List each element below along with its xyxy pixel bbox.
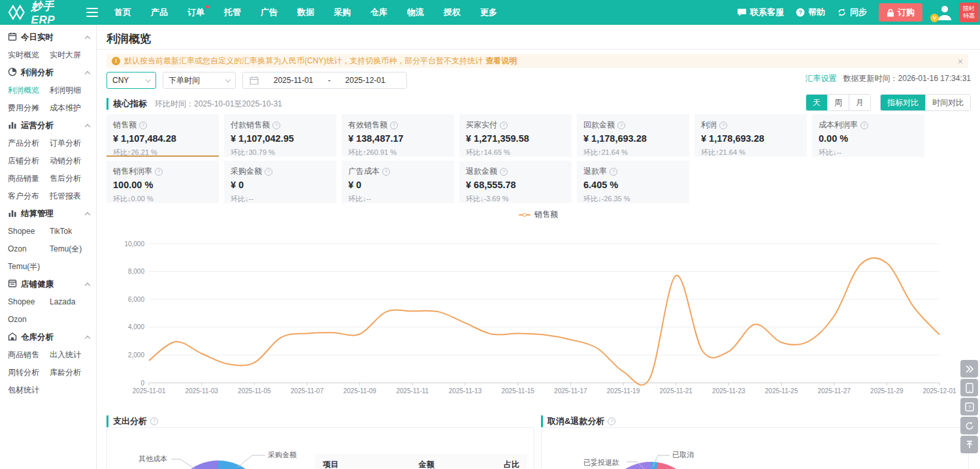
sidebar-group-header[interactable]: 结算管理 bbox=[0, 205, 96, 223]
sidebar-item[interactable]: Temu(全) bbox=[50, 240, 96, 258]
kpi-card-2[interactable]: 有效销售额?¥ 138,487.17环比↑260.91 % bbox=[342, 114, 454, 157]
sidebar-item[interactable]: Shopee bbox=[8, 223, 50, 240]
kpi-card-6[interactable]: 成本利润率?0.00 %环比↓-- bbox=[812, 114, 924, 157]
sidebar-group-header[interactable]: 店铺健康 bbox=[0, 276, 96, 293]
mobile-app-button[interactable] bbox=[960, 379, 978, 396]
sidebar-item[interactable]: 托管报表 bbox=[50, 187, 96, 205]
period-tab-0[interactable]: 天 bbox=[806, 95, 828, 110]
sidebar-item[interactable]: 费用分摊 bbox=[8, 99, 50, 117]
sidebar-group-header[interactable]: 利润分析 bbox=[0, 64, 96, 82]
nav-item-4[interactable]: 广告 bbox=[251, 0, 287, 25]
nav-item-5[interactable]: 数据 bbox=[287, 0, 324, 25]
sidebar-item[interactable]: 店铺分析 bbox=[8, 152, 50, 170]
kpi-card-9[interactable]: 广告成本?¥ 0环比↓-- bbox=[342, 161, 454, 203]
sidebar-group-header[interactable]: 仓库分析 bbox=[0, 329, 96, 346]
sync-button[interactable]: 同步 bbox=[837, 7, 867, 18]
close-icon[interactable]: × bbox=[958, 57, 963, 66]
nav-item-2[interactable]: 订单 bbox=[178, 0, 214, 25]
info-icon[interactable]: ? bbox=[272, 121, 280, 129]
kpi-card-3[interactable]: 买家实付?¥ 1,271,359.58环比↑14.65 % bbox=[459, 114, 572, 157]
sidebar-item[interactable]: Ozon bbox=[8, 311, 50, 329]
date-end[interactable]: 2025-12-01 bbox=[331, 76, 400, 85]
promo-corner-badge[interactable]: 限时 特惠 bbox=[959, 3, 979, 22]
sales-line-chart[interactable]: 02,0004,0006,0008,00010,0002025-11-01202… bbox=[106, 216, 975, 402]
nav-item-1[interactable]: 产品 bbox=[141, 0, 178, 25]
period-tab-1[interactable]: 周 bbox=[828, 95, 849, 110]
kpi-card-7[interactable]: 销售利润率?100.00 %环比↓0.00 % bbox=[106, 161, 219, 203]
sidebar-item[interactable]: TikTok bbox=[50, 223, 96, 240]
refresh-button[interactable] bbox=[960, 417, 978, 434]
info-icon[interactable]: ? bbox=[382, 168, 390, 176]
period-tab-2[interactable]: 月 bbox=[849, 95, 870, 110]
sidebar-item[interactable]: Shopee bbox=[8, 293, 50, 311]
kpi-card-5[interactable]: 利润?¥ 1,178,693.28环比↑21.64 % bbox=[694, 114, 807, 157]
sidebar-group-header[interactable]: 运营分析 bbox=[0, 117, 96, 135]
sidebar-item[interactable]: 实时概览 bbox=[8, 46, 50, 64]
info-icon[interactable]: ? bbox=[617, 121, 625, 129]
chevron-up-icon[interactable] bbox=[85, 71, 90, 76]
compare-tab-1[interactable]: 时间对比 bbox=[926, 95, 970, 110]
sidebar-item[interactable]: 利润明细 bbox=[50, 82, 96, 99]
chevron-up-icon[interactable] bbox=[85, 336, 90, 341]
sidebar-item[interactable]: 成本维护 bbox=[50, 99, 96, 117]
expense-donut-chart[interactable] bbox=[169, 461, 267, 469]
nav-item-3[interactable]: 托管 bbox=[214, 0, 251, 25]
feedback-button[interactable]: ? bbox=[960, 398, 978, 415]
nav-item-8[interactable]: 物流 bbox=[397, 0, 434, 25]
nav-item-6[interactable]: 采购 bbox=[324, 0, 361, 25]
info-icon[interactable]: ? bbox=[139, 121, 147, 129]
sidebar-group-header[interactable]: 今日实时 bbox=[0, 29, 96, 46]
info-icon[interactable]: ? bbox=[150, 417, 158, 425]
subscribe-button[interactable]: 订购 bbox=[879, 3, 923, 22]
kpi-card-4[interactable]: 回款金额?¥ 1,178,693.28环比↑21.64 % bbox=[577, 114, 689, 157]
compare-tab-0[interactable]: 指标对比 bbox=[881, 95, 926, 110]
kpi-card-0[interactable]: 销售额?¥ 1,107,484.28环比↑26.21 % bbox=[106, 114, 219, 157]
sidebar-item[interactable]: 商品销量 bbox=[8, 170, 50, 187]
sidebar-item[interactable]: Temu(半) bbox=[8, 258, 50, 276]
currency-select[interactable]: CNY bbox=[106, 72, 156, 89]
time-type-select[interactable]: 下单时间 bbox=[163, 72, 236, 89]
chevron-up-icon[interactable] bbox=[85, 283, 90, 288]
exchange-rate-settings-link[interactable]: 汇率设置 bbox=[806, 73, 837, 84]
sidebar-item[interactable]: 周转分析 bbox=[8, 364, 50, 381]
sidebar-item[interactable]: Lazada bbox=[50, 293, 96, 311]
user-avatar[interactable]: V bbox=[934, 4, 954, 21]
nav-item-0[interactable]: 首页 bbox=[105, 0, 141, 25]
sidebar-item[interactable]: 售后分析 bbox=[50, 170, 96, 187]
sidebar-item[interactable]: 包材统计 bbox=[8, 381, 50, 399]
chevron-up-icon[interactable] bbox=[85, 212, 90, 218]
info-icon[interactable]: ? bbox=[155, 168, 163, 176]
info-icon[interactable]: ? bbox=[608, 417, 615, 425]
sidebar-item[interactable]: 商品销售 bbox=[8, 346, 50, 364]
date-range-picker[interactable]: 2025-11-01 - 2025-12-01 bbox=[242, 72, 407, 89]
sidebar-item[interactable]: 客户分布 bbox=[8, 187, 50, 205]
kpi-card-1[interactable]: 付款销售额?¥ 1,107,042.95环比↑30.79 % bbox=[224, 114, 336, 157]
sidebar-item[interactable]: 利润概览 bbox=[8, 82, 50, 99]
info-icon[interactable]: ? bbox=[719, 121, 727, 129]
sidebar-item[interactable]: 实时大屏 bbox=[50, 46, 96, 64]
date-start[interactable]: 2025-11-01 bbox=[259, 76, 328, 85]
kpi-card-11[interactable]: 退款率?6.405 %环比↓-26.35 % bbox=[577, 161, 689, 203]
info-icon[interactable]: ? bbox=[500, 168, 508, 176]
chevron-up-icon[interactable] bbox=[85, 36, 90, 41]
collapse-toolbar-button[interactable] bbox=[960, 360, 978, 378]
sidebar-item[interactable]: 动销分析 bbox=[50, 152, 96, 170]
nav-item-9[interactable]: 授权 bbox=[434, 0, 470, 25]
contact-support-button[interactable]: 联系客服 bbox=[737, 7, 784, 18]
sidebar-item[interactable]: 库龄分析 bbox=[50, 364, 96, 381]
info-icon[interactable]: ? bbox=[390, 121, 398, 129]
info-icon[interactable]: ? bbox=[265, 168, 272, 176]
nav-item-10[interactable]: 更多 bbox=[470, 0, 507, 25]
sidebar-item[interactable]: 订单分析 bbox=[50, 135, 96, 152]
help-button[interactable]: ? 帮助 bbox=[796, 7, 825, 18]
notice-detail-link[interactable]: 查看说明 bbox=[485, 56, 517, 67]
back-to-top-button[interactable] bbox=[960, 436, 978, 453]
app-logo[interactable]: 妙手ERP bbox=[0, 0, 77, 27]
kpi-card-8[interactable]: 采购金额?¥ 0环比↓-- bbox=[224, 161, 336, 203]
info-icon[interactable]: ? bbox=[860, 121, 868, 129]
menu-toggle-icon[interactable] bbox=[86, 8, 98, 17]
kpi-card-10[interactable]: 退款金额?¥ 68,555.78环比↓-3.69 % bbox=[459, 161, 572, 203]
sidebar-item[interactable]: 出入统计 bbox=[50, 346, 96, 364]
info-icon[interactable]: ? bbox=[500, 121, 508, 129]
nav-item-7[interactable]: 仓库 bbox=[361, 0, 397, 25]
